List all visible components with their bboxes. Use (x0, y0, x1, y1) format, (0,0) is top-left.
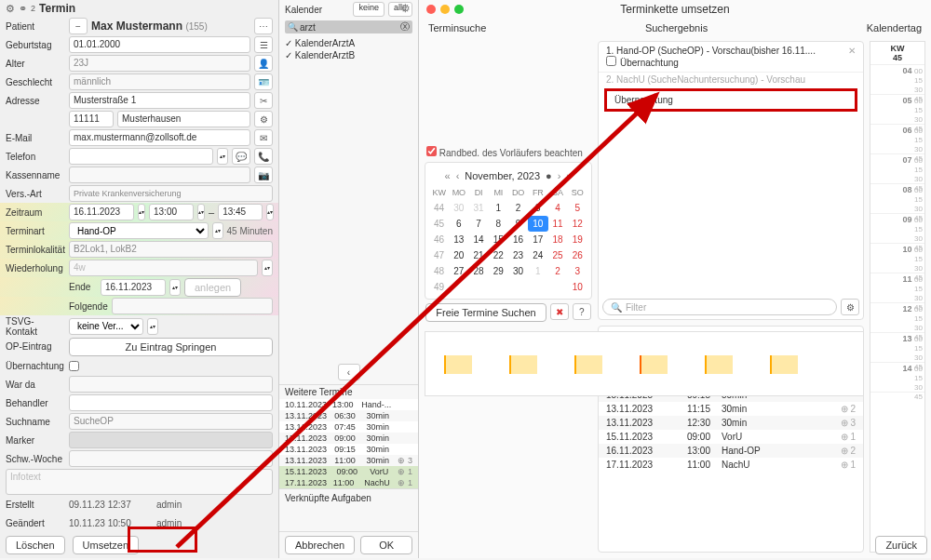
help-icon[interactable]: ? (573, 303, 591, 320)
terminart-stepper[interactable]: ▴▾ (212, 222, 223, 239)
weitere-termine-row[interactable]: 13.11.202311:0030min⊕ 3 (279, 455, 418, 466)
kalender-label: Kalender (285, 5, 349, 15)
patient-termin-row[interactable]: 13.11.202312:3030min⊕ 3 (599, 416, 863, 430)
from-stepper[interactable]: ▴▾ (197, 204, 205, 220)
cal-next-month-icon[interactable]: › (558, 170, 561, 181)
patient-termin-row[interactable]: 16.11.202313:00Hand-OP⊕ 2 (599, 444, 863, 458)
suchname-label: Suchname (6, 417, 65, 427)
call-icon[interactable]: 📞 (254, 148, 273, 165)
behandler-field[interactable] (69, 394, 273, 411)
zeitraum-label: Zeitraum (6, 207, 65, 218)
weitere-termine-row[interactable]: 13.11.202309:0030min (279, 433, 418, 444)
settings-icon[interactable]: ⚙ (254, 111, 273, 127)
delete-button[interactable]: Löschen (6, 536, 65, 554)
sms-icon[interactable]: 💬 (232, 148, 250, 165)
patient-termin-row[interactable]: 17.11.202311:00NachU⊕ 1 (599, 458, 863, 472)
terminart-select[interactable]: Hand-OP (69, 222, 209, 239)
ende-field[interactable]: 16.11.2023 (101, 279, 166, 296)
user-icon[interactable]: 👤 (254, 55, 273, 72)
sex-label: Geschlecht (6, 77, 65, 87)
erstellt-user: admin (156, 500, 182, 510)
time-to[interactable]: 13:45 (218, 204, 263, 220)
tsvg-select[interactable]: keine Ver... (69, 318, 143, 335)
search-result-1[interactable]: 1. Hand-OP (SucheOP) - Vorschau(bisher 1… (599, 42, 863, 73)
email-label: E-Mail (6, 133, 65, 143)
tab-kalendertag[interactable]: Kalendertag (867, 20, 922, 35)
cal-prev-month-icon[interactable]: ‹ (456, 170, 460, 181)
tsvg-stepper[interactable]: ▴▾ (147, 318, 158, 335)
op-jump-button[interactable]: Zu Eintrag Springen (69, 338, 273, 356)
mini-calendar[interactable]: KWMODIMIDOFRSASO443031123454567891011124… (429, 185, 587, 295)
ok-button[interactable]: OK (360, 536, 412, 554)
date-stepper[interactable]: ▴▾ (138, 204, 145, 220)
kassen-field (69, 167, 250, 183)
cal-today-icon[interactable]: ● (546, 170, 552, 181)
mail-icon[interactable]: ✉ (254, 129, 273, 146)
randbed-checkbox[interactable] (426, 146, 437, 156)
filter-input[interactable]: Filter (602, 299, 837, 315)
uebernachtung-checkbox[interactable] (69, 361, 79, 371)
behandler-label: Behandler (6, 398, 65, 408)
weitere-termine-row[interactable]: 17.11.202311:00NachU⊕ 1 (279, 477, 418, 488)
tools-icon[interactable]: ✂ (254, 92, 273, 109)
patient-action-icon[interactable]: ⋯ (254, 18, 273, 34)
weitere-termine-row[interactable]: 10.11.202313:00Hand-... (279, 399, 418, 410)
patient-termin-row[interactable]: 15.11.202309:00VorU⊕ 1 (599, 430, 863, 444)
to-stepper[interactable]: ▴▾ (266, 204, 274, 220)
sex-field: männlich (69, 73, 250, 90)
anlegen-button[interactable]: anlegen (184, 278, 241, 297)
camera-icon[interactable]: 📷 (254, 167, 273, 183)
city-field[interactable]: Musterhausen (117, 111, 250, 127)
wdh-stepper[interactable]: ▴▾ (262, 260, 273, 276)
cancel-button[interactable]: Abbrechen (285, 536, 355, 554)
email-field[interactable]: max.mustermann@zollsoft.de (69, 129, 250, 146)
umsetzen-button[interactable]: Umsetzen (73, 536, 140, 554)
tab-terminsuche[interactable]: Terminsuche (428, 20, 486, 35)
date-field[interactable]: 16.11.2023 (69, 204, 134, 220)
zip-field[interactable]: 11111 (69, 111, 114, 127)
back-button[interactable]: Zurück (875, 536, 927, 554)
schw-label: Schw.-Woche (6, 454, 65, 464)
window-title: Termin (39, 2, 75, 15)
uebernachtung-highlight[interactable]: Übernachtung (604, 88, 857, 112)
gear-top-icon[interactable]: ⚙ (400, 2, 411, 15)
weitere-termine-row[interactable]: 15.11.202309:00VorU⊕ 1 (279, 466, 418, 477)
phone-stepper[interactable]: ▴▾ (217, 148, 228, 165)
ende-stepper[interactable]: ▴▾ (169, 279, 181, 296)
gear-icon[interactable]: ⚙ (6, 3, 15, 15)
weitere-termine-row[interactable]: 13.11.202307:4530min (279, 421, 418, 433)
address-label: Adresse (6, 96, 65, 106)
filter-settings-icon[interactable]: ⚙ (841, 299, 859, 315)
clear-icon[interactable]: ✖ (550, 303, 569, 320)
patient-collapse-icon[interactable]: − (69, 18, 88, 34)
birthday-label: Geburtstag (6, 40, 65, 50)
birthday-icon[interactable]: ☰ (254, 36, 273, 53)
weitere-termine-row[interactable]: 13.11.202306:3030min (279, 410, 418, 421)
phone-field[interactable] (69, 148, 213, 165)
freie-termine-button[interactable]: Freie Termine Suchen (425, 303, 546, 322)
count-badge: 2 (31, 4, 35, 13)
result1-checkbox[interactable] (606, 56, 616, 66)
weitere-termine-row[interactable]: 13.11.202309:1530min (279, 444, 418, 455)
id-icon[interactable]: 🪪 (254, 73, 273, 90)
geaendert-label: Geändert (6, 518, 65, 528)
erstellt-label: Erstellt (6, 500, 65, 510)
close-icon[interactable] (426, 5, 436, 14)
marker-field[interactable] (69, 432, 273, 448)
kalender-search[interactable]: arztⓧ (285, 20, 412, 33)
maximize-icon[interactable] (454, 5, 464, 14)
cal-prev-year-icon[interactable]: « (445, 170, 451, 181)
search-result-2-hidden: 2. NachU (SucheNachuntersuchung) - Vorsc… (599, 73, 863, 87)
kassen-label: Kassenname (6, 170, 65, 180)
cal-next-year-icon[interactable]: » (566, 170, 572, 181)
collapse-icon[interactable]: ‹ (338, 364, 360, 380)
time-from[interactable]: 13:00 (149, 204, 194, 220)
kalender-list[interactable]: ✓ KalenderArztA ✓ KalenderArztB (279, 35, 418, 63)
keine-button[interactable]: keine (353, 2, 385, 17)
birthday-field[interactable]: 01.01.2000 (69, 36, 250, 53)
infotext-field[interactable]: Infotext (6, 469, 273, 495)
street-field[interactable]: Musterstraße 1 (69, 92, 250, 109)
minimize-icon[interactable] (440, 5, 450, 14)
patient-termin-row[interactable]: 13.11.202311:1530min⊕ 2 (599, 402, 863, 416)
tab-suchergebnis[interactable]: Suchergebnis (645, 20, 708, 35)
